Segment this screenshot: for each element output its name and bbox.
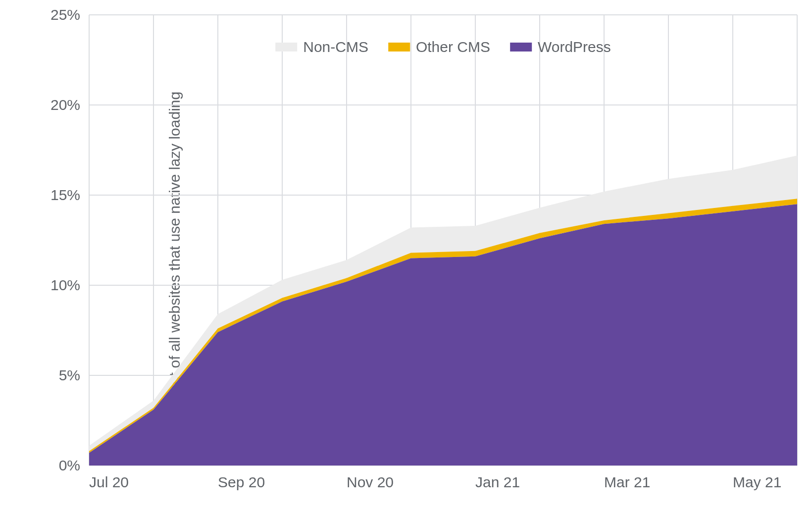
swatch-othercms-icon [388,43,410,52]
chart-svg: 0%5%10%15%20%25%Jul 20Sep 20Nov 20Jan 21… [89,15,797,500]
legend-item-othercms: Other CMS [388,39,490,55]
svg-text:Mar 21: Mar 21 [604,474,650,490]
swatch-wordpress-icon [510,43,532,52]
legend-label-othercms: Other CMS [416,39,490,55]
svg-text:5%: 5% [59,367,80,383]
svg-text:Nov 20: Nov 20 [347,474,394,490]
svg-text:20%: 20% [51,97,80,113]
plot-area: 0%5%10%15%20%25%Jul 20Sep 20Nov 20Jan 21… [89,15,797,465]
legend-label-wordpress: WordPress [538,39,611,55]
legend: Non-CMS Other CMS WordPress [275,39,611,55]
svg-text:25%: 25% [51,6,80,23]
svg-text:15%: 15% [51,187,80,203]
legend-item-noncms: Non-CMS [275,39,368,55]
swatch-noncms-icon [275,43,297,52]
chart-container: Percent of all websites that use native … [0,0,812,515]
svg-text:10%: 10% [51,277,80,293]
svg-text:May 21: May 21 [733,474,781,490]
legend-item-wordpress: WordPress [510,39,611,55]
svg-text:Sep 20: Sep 20 [218,474,265,490]
svg-text:Jan 21: Jan 21 [475,474,520,490]
legend-label-noncms: Non-CMS [303,39,368,55]
svg-text:Jul 20: Jul 20 [89,474,129,490]
svg-text:0%: 0% [59,457,80,473]
